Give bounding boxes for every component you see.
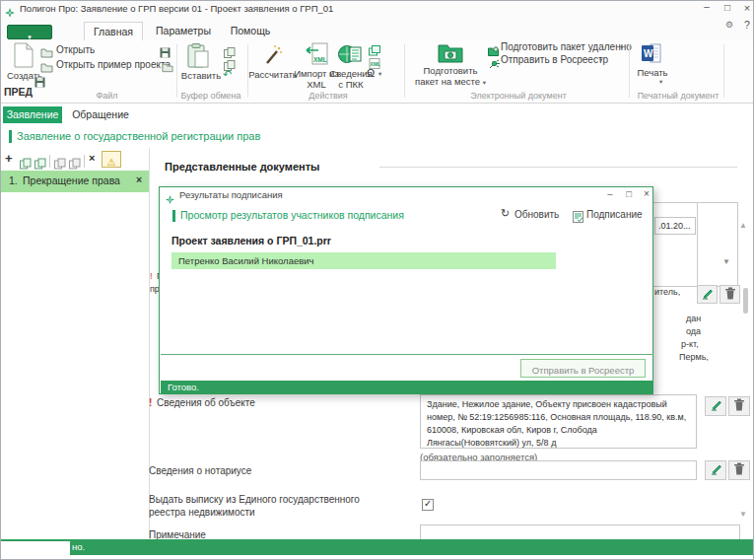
dialog-maximize-button[interactable]: □ xyxy=(622,188,636,199)
help-icon[interactable]: ? xyxy=(744,19,750,31)
dialog-close-button[interactable]: × xyxy=(640,188,653,199)
form-header-divider xyxy=(379,167,737,168)
chevron-down-icon: ▾ xyxy=(659,78,662,86)
clear-field-button[interactable] xyxy=(720,285,740,304)
add-item-icon[interactable]: + xyxy=(5,151,13,166)
status-bar-overlay xyxy=(1,541,70,560)
pred-label: ПРЕД xyxy=(4,86,33,98)
tree-item-close-icon[interactable]: × xyxy=(136,174,142,185)
signing-button[interactable]: Подписание xyxy=(573,207,646,223)
warning-icon: ⚠ xyxy=(107,157,116,168)
check-icon: ✓ xyxy=(424,498,432,509)
notary-field-label: Сведения о нотариусе xyxy=(149,465,251,476)
send-rosreestr-button[interactable]: Отправить в Росреестр ▾ xyxy=(488,54,632,66)
open-button[interactable]: Открыть xyxy=(38,44,176,56)
edit-field-button[interactable] xyxy=(697,285,718,304)
table-border xyxy=(737,202,738,287)
xml-import-icon: XML xyxy=(305,42,328,70)
required-mark: ! xyxy=(149,397,152,408)
window-title: Полигон Про: Заявление о ГРП версии 01 -… xyxy=(20,3,333,14)
notary-field-input[interactable] xyxy=(420,460,697,480)
open-example-button[interactable]: Открыть пример проекта xyxy=(38,59,176,71)
minimize-button[interactable]: – xyxy=(699,1,715,12)
trash-icon xyxy=(733,397,745,415)
toolbar-separator xyxy=(49,155,50,168)
dialog-status-bar: Готово. xyxy=(161,381,653,394)
magic-wand-icon xyxy=(263,43,283,71)
file-group-label: Файл xyxy=(40,91,173,101)
new-document-icon xyxy=(14,42,34,72)
save-as-icon[interactable] xyxy=(34,74,45,92)
prepare-package-local-label: Подготовить пакет на месте ▾ xyxy=(415,66,486,88)
project-file-name: Проект заявления о ГРП_01.prr xyxy=(171,235,331,246)
open-example-icon2[interactable] xyxy=(162,59,173,77)
tree-item-number: 1. xyxy=(9,175,18,186)
clipped-text-fragment: дан xyxy=(686,314,701,323)
undo-icon[interactable]: ↶ xyxy=(223,68,232,81)
table-cell-date-text: .01.20... xyxy=(658,221,691,231)
pencil-icon xyxy=(710,397,722,415)
tree-item-selected[interactable]: 1. Прекращение права × xyxy=(1,171,149,192)
word-icon: W xyxy=(642,42,661,68)
form-scroll-down-icon[interactable]: ▼ xyxy=(739,511,747,519)
trash-icon xyxy=(733,461,745,479)
notary-clear-button[interactable] xyxy=(728,460,750,480)
extract-checkbox[interactable]: ✓ xyxy=(422,499,434,511)
refresh-icon: ↻ xyxy=(501,207,510,220)
calculate-button-label: Рассчитать xyxy=(247,70,299,81)
scrollbar-thumb[interactable] xyxy=(743,288,748,314)
clipboard-icon xyxy=(187,43,209,73)
svg-text:W: W xyxy=(644,48,653,59)
chevron-down-icon: ▾ xyxy=(28,34,32,40)
object-edit-button[interactable] xyxy=(705,396,726,416)
close-button[interactable]: × xyxy=(739,2,754,14)
ribbon-tab-row: ▾ Главная Параметры Помощь ⚙ ? xyxy=(1,17,754,40)
warnings-toggle-button[interactable]: ⚠ xyxy=(102,151,121,168)
sign-document-icon xyxy=(573,209,583,227)
print-button-label: Печать xyxy=(629,68,676,79)
refresh-button[interactable]: ↻ Обновить xyxy=(501,207,570,223)
notary-edit-button[interactable] xyxy=(705,460,726,480)
status-bar-text: но. xyxy=(72,541,85,552)
maximize-button[interactable]: □ xyxy=(720,2,735,13)
form-scroll-up-icon[interactable]: ▲ xyxy=(739,222,747,230)
group-separator xyxy=(404,44,405,98)
form-section-header: Представленные документы xyxy=(165,161,320,173)
table-cell-date[interactable]: .01.20... xyxy=(654,217,696,235)
participant-row[interactable]: Петренко Василий Николаевич xyxy=(171,252,556,269)
pencil-icon xyxy=(710,461,722,479)
ribbon-tab-help[interactable]: Помощь xyxy=(224,22,277,40)
tab-appeal[interactable]: Обращение xyxy=(68,106,133,123)
ribbon-tab-main[interactable]: Главная xyxy=(84,22,143,40)
prepare-package-remote-button[interactable]: Подготовить пакет удаленно ▾ xyxy=(488,41,632,53)
group-separator xyxy=(723,44,724,98)
dialog-footer-divider xyxy=(161,354,653,355)
toolbar-separator xyxy=(84,155,85,168)
plug-icon xyxy=(489,55,500,73)
package-folder-icon xyxy=(438,41,463,67)
app-menu-button[interactable]: ▾ xyxy=(7,25,52,39)
signing-results-dialog: Результаты подписания – □ × Просмотр рез… xyxy=(159,186,653,394)
chevron-down-icon: ▾ xyxy=(378,70,381,78)
dialog-heading: Просмотр результатов участников подписан… xyxy=(180,209,404,221)
ribbon-tab-params[interactable]: Параметры xyxy=(151,22,216,40)
gear-icon[interactable]: ⚙ xyxy=(725,20,733,30)
print-group-label: Печатный документ xyxy=(633,91,723,101)
table-scroll-down-icon[interactable]: ▼ xyxy=(722,258,730,266)
extract-field-label: Выдать выписку из Единого государственно… xyxy=(149,493,361,519)
prepare-package-local-text: Подготовить пакет на месте xyxy=(415,65,480,87)
table-border xyxy=(652,202,737,203)
delete-item-icon[interactable]: × xyxy=(89,152,95,164)
clipped-text-fragment: Пермь, xyxy=(679,352,709,362)
object-field-input[interactable]: Здание, Нежилое здание, Объекту присвоен… xyxy=(420,394,697,449)
omega-button[interactable]: Ω ▾ xyxy=(365,67,388,81)
ribbon: Создать ПРЕД Открыть Открыть пример прое… xyxy=(1,40,754,104)
tab-statement[interactable]: Заявление xyxy=(3,106,62,123)
dialog-minimize-button[interactable]: – xyxy=(603,188,617,199)
dialog-send-rosreestr-button[interactable]: Отправить в Росреестр xyxy=(520,359,646,378)
dialog-heading-bar xyxy=(172,210,175,222)
table-border xyxy=(697,202,698,287)
object-clear-button[interactable] xyxy=(728,396,750,416)
app-window: Полигон Про: Заявление о ГРП версии 01 -… xyxy=(0,0,754,560)
open-example-label: Открыть пример проекта xyxy=(56,59,171,70)
